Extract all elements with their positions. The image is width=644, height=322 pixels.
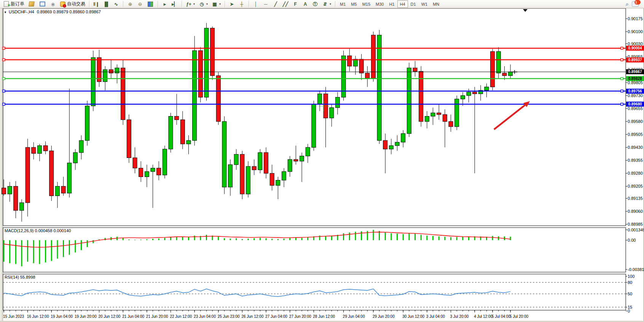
price-tick-label: 0.89205	[628, 184, 643, 188]
timeframe-w1[interactable]: W1	[419, 0, 430, 8]
time-axis-label: 5 Jul 04:00	[492, 314, 510, 319]
support-line-3-handle[interactable]	[3, 103, 5, 105]
candle-body	[198, 51, 202, 97]
candle-body	[443, 115, 447, 121]
autotrade-icon	[60, 2, 65, 7]
support-line-1-handle[interactable]	[3, 78, 5, 80]
indicators-button-dropdown-icon[interactable]: ▾	[193, 2, 195, 6]
resistance-line-1-handle[interactable]	[621, 47, 623, 49]
candle-body	[365, 73, 370, 78]
timeframe-mn[interactable]: MN	[430, 0, 442, 8]
new-order-button[interactable]: 新订单	[1, 0, 26, 8]
candle-body	[282, 172, 286, 180]
templates-button[interactable]: ▦▾	[210, 0, 223, 8]
fibonacci-button[interactable]: F	[290, 0, 300, 8]
signals-button[interactable]: ◉	[48, 0, 58, 8]
candle-body	[348, 56, 352, 66]
candlestick-chart-button[interactable]: ▐▌	[101, 0, 111, 8]
clock-icon: ◷	[199, 1, 205, 7]
bar-chart-button[interactable]: ‖❙	[91, 0, 101, 8]
resistance-line-2-price-badge: 0.89937	[626, 57, 644, 62]
chevron-down-icon[interactable]: ▼	[4, 11, 7, 14]
macd-tick-label: 0.00	[628, 238, 636, 242]
support-line-3-price-badge: 0.89680	[626, 102, 644, 107]
candle-body	[300, 156, 304, 161]
channel-icon: ╱╱	[282, 1, 289, 7]
tile-windows-button[interactable]	[145, 0, 156, 8]
candle-body	[32, 147, 36, 153]
chart-shift-icon: ▸▏	[172, 1, 178, 7]
timeframe-m5[interactable]: M5	[348, 0, 359, 8]
support-line-2-handle[interactable]	[621, 90, 623, 92]
arrows-button-dropdown-icon[interactable]: ▾	[330, 2, 331, 6]
candle-body	[121, 68, 125, 120]
resistance-line-2-handle[interactable]	[3, 59, 5, 61]
search-icon[interactable]: ⌕	[626, 1, 629, 8]
timeframe-m1[interactable]: M1	[337, 0, 348, 8]
chart-title: ▼ USDCHF-,H4 0.89869 0.89879 0.89860 0.8…	[4, 10, 101, 14]
time-axis-label: 19 Jun 04:00	[51, 314, 73, 319]
templates-button-dropdown-icon[interactable]: ▾	[219, 2, 221, 6]
candle-body	[2, 188, 6, 194]
auto-scroll-button[interactable]: ▸	[160, 0, 170, 8]
cursor-button[interactable]: ➤	[227, 0, 237, 8]
periods-button-dropdown-icon[interactable]: ▾	[206, 2, 208, 6]
toolbar-group-3: ▸▸▏	[159, 0, 181, 8]
macd-indicator-label: MACD(12,26,9) 0.000458 0.000140	[5, 228, 71, 233]
text-label-button[interactable]: Ⓣ	[310, 0, 320, 8]
price-tick-label: 0.89135	[628, 196, 643, 201]
candle-body	[67, 163, 72, 193]
candle-body	[109, 70, 113, 73]
time-axis-label: 20 Jun 12:00	[99, 314, 121, 319]
zoom-out-button[interactable]: ⊖	[135, 0, 145, 8]
channel-button[interactable]: ╱╱	[281, 0, 290, 8]
new-order-button-label: 新订单	[11, 1, 24, 7]
indicators-button[interactable]: ƒ+▾	[184, 0, 197, 8]
rsi-tick-label: 100	[628, 274, 634, 279]
support-line-2-handle[interactable]	[3, 90, 5, 92]
current-price-badge: 0.89867	[626, 69, 644, 74]
price-tick-label: 0.90175	[628, 16, 643, 21]
vertical-line-button[interactable]: │	[251, 0, 261, 8]
candle-body	[264, 153, 268, 173]
rsi-indicator-label: RSI(14) 55.8998	[5, 275, 35, 279]
candle-body	[491, 51, 495, 87]
timeframe-m15[interactable]: M15	[360, 0, 373, 8]
autotrading-button[interactable]: 自动交易	[58, 0, 87, 8]
timeframe-d1[interactable]: D1	[408, 0, 419, 8]
chat-icon[interactable]: 1	[632, 1, 639, 7]
candle-body	[151, 168, 155, 172]
candle-body	[180, 120, 185, 144]
candle-body	[157, 168, 161, 175]
timeframe-m30[interactable]: M30	[373, 0, 386, 8]
support-line-3-handle[interactable]	[621, 103, 623, 105]
time-axis-label: 4 Jul 12:00	[474, 314, 493, 319]
text-button[interactable]: A	[300, 0, 310, 8]
trendline-button[interactable]: ╱	[271, 0, 281, 8]
candle-body	[139, 168, 143, 177]
new-chart-button[interactable]	[37, 0, 48, 8]
support-line-1-handle[interactable]	[621, 78, 623, 80]
crosshair-button[interactable]: ┼	[237, 0, 247, 8]
doc-plus-icon	[4, 1, 9, 7]
candle-body	[169, 116, 173, 149]
styler-button[interactable]	[26, 0, 37, 8]
trendline-icon: ╱	[273, 1, 279, 7]
resistance-line-1-handle[interactable]	[3, 47, 5, 49]
timeframe-h4[interactable]: H4	[397, 0, 408, 8]
candle-body	[425, 116, 429, 122]
line-chart-button[interactable]: ∿	[111, 0, 121, 8]
chart-shift-button[interactable]: ▸▏	[170, 0, 180, 8]
price-tick-label: 0.89505	[628, 132, 643, 137]
candle-body	[240, 154, 244, 194]
notification-badge: 1	[634, 0, 641, 5]
zoom-in-button[interactable]: ⊕	[125, 0, 135, 8]
candle-body	[330, 108, 334, 118]
horizontal-line-button[interactable]: ─	[261, 0, 271, 8]
price-tick-label: 0.90030	[628, 41, 643, 46]
macd-tick-label: -0.00381	[628, 267, 644, 272]
periods-button[interactable]: ◷▾	[197, 0, 210, 8]
arrows-button[interactable]: ⇵▾	[320, 0, 333, 8]
timeframe-h1[interactable]: H1	[386, 0, 397, 8]
resistance-line-2-handle[interactable]	[621, 59, 623, 61]
